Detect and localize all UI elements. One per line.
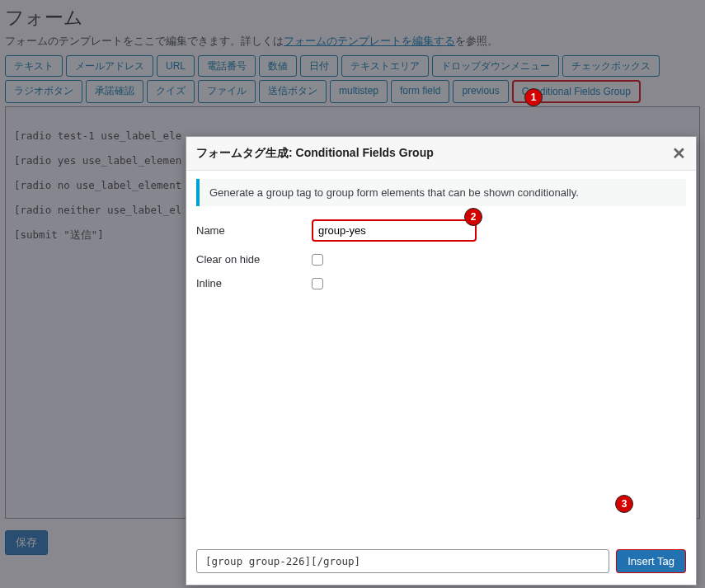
name-input[interactable]	[312, 219, 477, 242]
inline-checkbox[interactable]	[312, 278, 323, 289]
clear-on-hide-checkbox[interactable]	[312, 254, 323, 266]
modal-header: フォームタグ生成: Conditional Fields Group ✕	[186, 137, 696, 171]
name-label: Name	[196, 224, 312, 237]
annotation-marker-3: 3	[615, 495, 633, 513]
tag-generator-modal: フォームタグ生成: Conditional Fields Group ✕ Gen…	[186, 136, 697, 586]
modal-notice: Generate a group tag to group form eleme…	[196, 179, 686, 206]
modal-title: フォームタグ生成: Conditional Fields Group	[196, 146, 434, 161]
inline-label: Inline	[196, 277, 312, 289]
annotation-marker-2: 2	[464, 208, 482, 226]
insert-tag-button[interactable]: Insert Tag	[616, 549, 686, 573]
annotation-marker-1: 1	[524, 88, 543, 106]
modal-footer: Insert Tag	[186, 541, 696, 585]
modal-body: Generate a group tag to group form eleme…	[186, 171, 696, 541]
close-icon[interactable]: ✕	[672, 143, 686, 163]
tag-output[interactable]	[196, 549, 609, 573]
clear-on-hide-label: Clear on hide	[196, 253, 312, 266]
